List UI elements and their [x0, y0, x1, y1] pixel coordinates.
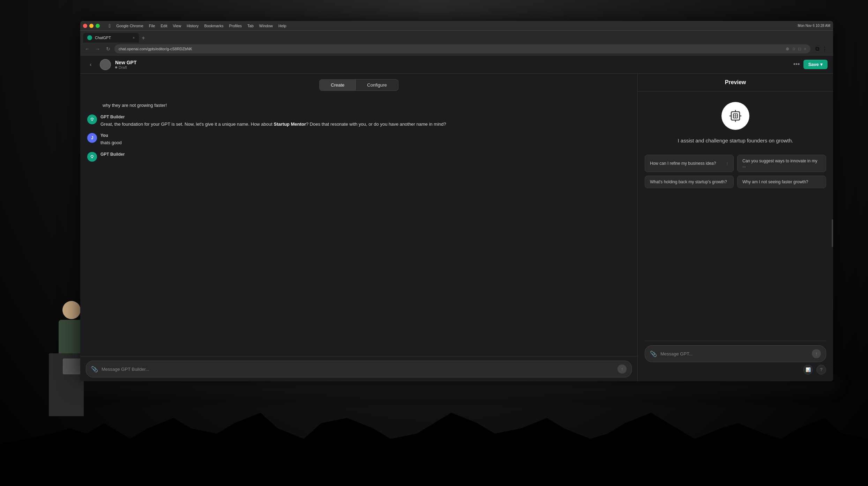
- save-dropdown-arrow: ▾: [820, 62, 823, 67]
- more-options-button[interactable]: •••: [793, 61, 800, 68]
- help-button[interactable]: ?: [816, 365, 826, 375]
- help-icon: ?: [820, 367, 823, 372]
- configure-tab[interactable]: Configure: [356, 79, 398, 91]
- analytics-icon: 📊: [806, 367, 811, 372]
- suggestion-chip-1[interactable]: How can I refine my business idea? ↑: [645, 155, 734, 172]
- tab-close-button[interactable]: ×: [133, 36, 135, 40]
- url-text: chat.openai.com/gpts/editor/g-cS8RDZbNK: [119, 47, 192, 51]
- chip-text-3: What's holding back my startup's growth?: [650, 179, 727, 184]
- left-panel: Create Configure why they are not growin…: [80, 74, 638, 381]
- system-clock: Mon Nov 6 10:28 AM: [798, 24, 830, 28]
- preview-send-icon: ↑: [815, 351, 817, 356]
- tab-bar: ChatGPT × +: [80, 31, 833, 43]
- mac-menu-bar:  Google Chrome File Edit View History B…: [109, 23, 286, 29]
- suggestion-chip-3[interactable]: What's holding back my startup's growth?: [645, 176, 734, 188]
- back-nav-button[interactable]: ‹: [86, 60, 96, 69]
- send-icon: ↑: [621, 367, 623, 371]
- app-content: ‹ New GPT Draft ••• Save ▾: [80, 56, 833, 381]
- view-menu[interactable]: View: [173, 24, 181, 28]
- user-avatar: J: [87, 133, 97, 143]
- message-text: Great, the foundation for your GPT is se…: [100, 121, 446, 128]
- list-item: GPT Builder Great, the foundation for yo…: [87, 115, 630, 128]
- browser-actions: ⧉ ⋮: [813, 46, 830, 52]
- app-header: ‹ New GPT Draft ••• Save ▾: [80, 56, 833, 74]
- message-text: thats good: [100, 139, 122, 146]
- browser-chrome: ChatGPT × + ← → ↻ chat.openai.com/gpts/e…: [80, 31, 833, 56]
- history-menu[interactable]: History: [187, 24, 199, 28]
- gpt-info: New GPT Draft: [115, 60, 789, 69]
- input-placeholder: Message GPT Builder...: [102, 367, 149, 372]
- preview-input-box[interactable]: 📎 Message GPT... ↑: [645, 345, 826, 362]
- scroll-indicator: [832, 219, 833, 247]
- gpt-builder-avatar-2: [87, 152, 97, 162]
- address-bar[interactable]: chat.openai.com/gpts/editor/g-cS8RDZbNK …: [114, 44, 810, 53]
- cast-icon: □: [799, 46, 801, 51]
- preview-send-button[interactable]: ↑: [812, 349, 821, 358]
- close-window-button[interactable]: [83, 24, 87, 28]
- new-tab-button[interactable]: +: [139, 34, 148, 43]
- chatgpt-tab[interactable]: ChatGPT ×: [83, 33, 139, 43]
- list-item: J You thats good: [87, 133, 630, 146]
- chrome-menu[interactable]: Google Chrome: [116, 24, 143, 28]
- svg-point-1: [91, 119, 93, 121]
- system-info: Mon Nov 6 10:28 AM: [798, 24, 830, 28]
- analytics-button[interactable]: 📊: [803, 365, 813, 375]
- sender-name: GPT Builder: [100, 152, 125, 157]
- chip-text-2: Can you suggest ways to innovate in my .…: [742, 159, 821, 168]
- bookmarks-menu[interactable]: Bookmarks: [204, 24, 223, 28]
- edit-menu[interactable]: Edit: [161, 24, 167, 28]
- minimize-window-button[interactable]: [89, 24, 93, 28]
- profiles-menu[interactable]: Profiles: [229, 24, 242, 28]
- chip-text-4: Why am I not seeing faster growth?: [742, 179, 808, 184]
- attach-icon[interactable]: 📎: [91, 366, 98, 373]
- right-panel: Preview: [638, 74, 833, 381]
- help-menu[interactable]: Help: [278, 24, 286, 28]
- suggestion-chips: How can I refine my business idea? ↑ Can…: [645, 155, 826, 188]
- profile-icon: ○: [804, 46, 806, 51]
- message-input[interactable]: Message GPT Builder...: [102, 367, 614, 372]
- message-input-area: 📎 Message GPT Builder... ↑: [80, 356, 637, 381]
- refresh-button[interactable]: ↻: [104, 45, 112, 53]
- create-tab[interactable]: Create: [319, 79, 356, 91]
- suggestion-chip-4[interactable]: Why am I not seeing faster growth?: [737, 176, 826, 188]
- bookmark-icon[interactable]: ☆: [792, 46, 796, 51]
- gpt-preview-icon: [721, 102, 749, 130]
- save-button[interactable]: Save ▾: [803, 60, 828, 69]
- tab-menu[interactable]: Tab: [247, 24, 254, 28]
- address-bar-row: ← → ↻ chat.openai.com/gpts/editor/g-cS8R…: [80, 43, 833, 55]
- file-menu[interactable]: File: [149, 24, 155, 28]
- speaker-head: [62, 301, 81, 319]
- preview-content: I assist and challenge startup founders …: [638, 91, 833, 381]
- preview-title: Preview: [643, 79, 828, 86]
- mac-titlebar:  Google Chrome File Edit View History B…: [80, 21, 833, 31]
- chip-text-1: How can I refine my business idea?: [650, 161, 716, 166]
- address-bar-icons: ⊕ ☆ □ ○: [786, 46, 807, 51]
- forward-button[interactable]: →: [93, 45, 102, 53]
- zoom-icon: ⊕: [786, 46, 789, 51]
- tab-switcher: Create Configure: [80, 74, 637, 96]
- message-input-box[interactable]: 📎 Message GPT Builder... ↑: [86, 361, 632, 377]
- gpt-builder-avatar: [87, 115, 97, 124]
- sender-name: GPT Builder: [100, 115, 446, 119]
- back-button[interactable]: ←: [83, 45, 91, 53]
- preview-message-input[interactable]: Message GPT...: [660, 351, 808, 356]
- chip-arrow-1: ↑: [726, 161, 728, 166]
- gpt-avatar: [100, 59, 111, 70]
- suggestion-chip-2[interactable]: Can you suggest ways to innovate in my .…: [737, 155, 826, 172]
- main-panels: Create Configure why they are not growin…: [80, 74, 833, 381]
- preview-input-placeholder: Message GPT...: [660, 351, 693, 356]
- maximize-window-button[interactable]: [96, 24, 100, 28]
- preview-description: I assist and challenge startup founders …: [678, 137, 793, 144]
- tab-title: ChatGPT: [95, 36, 111, 40]
- gpt-name: New GPT: [115, 60, 789, 65]
- chat-messages: why they are not growing faster!: [80, 96, 637, 356]
- more-icon[interactable]: ⋮: [822, 46, 828, 52]
- window-menu[interactable]: Window: [259, 24, 273, 28]
- apple-menu[interactable]: : [109, 23, 111, 29]
- preview-bottom-actions: 📊 ?: [645, 362, 826, 375]
- message-text: why they are not growing faster!: [103, 103, 167, 108]
- extensions-icon: ⧉: [815, 46, 819, 52]
- preview-attach-icon[interactable]: 📎: [650, 351, 657, 357]
- gpt-builder-message: GPT Builder Great, the foundation for yo…: [100, 115, 446, 128]
- send-button[interactable]: ↑: [618, 364, 627, 374]
